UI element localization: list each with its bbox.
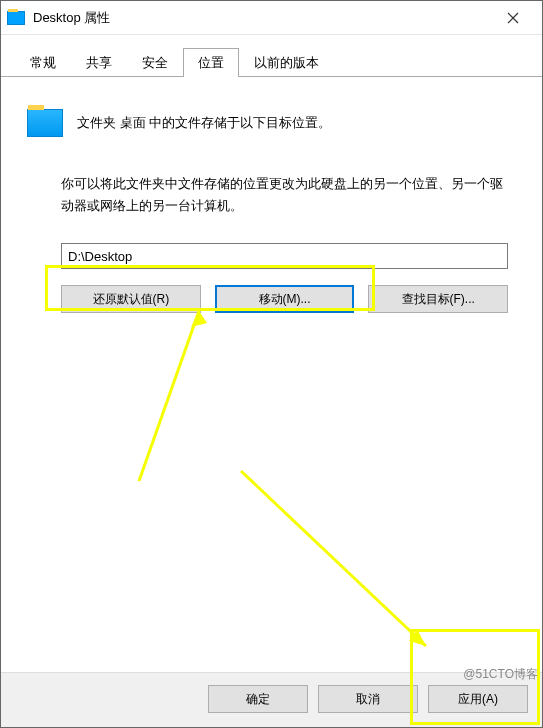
find-target-button[interactable]: 查找目标(F)... bbox=[368, 285, 508, 313]
window-title: Desktop 属性 bbox=[33, 9, 490, 27]
folder-icon bbox=[7, 11, 25, 25]
tab-strip: 常规 共享 安全 位置 以前的版本 bbox=[1, 35, 542, 77]
dialog-button-bar: 确定 取消 应用(A) bbox=[1, 672, 542, 727]
apply-button[interactable]: 应用(A) bbox=[428, 685, 528, 713]
tab-security[interactable]: 安全 bbox=[127, 48, 183, 77]
tab-general[interactable]: 常规 bbox=[15, 48, 71, 77]
close-button[interactable] bbox=[490, 2, 536, 34]
tab-share[interactable]: 共享 bbox=[71, 48, 127, 77]
desktop-folder-icon bbox=[27, 109, 63, 137]
tab-content: 文件夹 桌面 中的文件存储于以下目标位置。 你可以将此文件夹中文件存储的位置更改… bbox=[1, 77, 542, 672]
intro-text: 文件夹 桌面 中的文件存储于以下目标位置。 bbox=[77, 114, 331, 132]
close-icon bbox=[507, 12, 519, 24]
tab-location[interactable]: 位置 bbox=[183, 48, 239, 77]
properties-dialog: Desktop 属性 常规 共享 安全 位置 以前的版本 文件夹 桌面 中的文件… bbox=[0, 0, 543, 728]
restore-default-button[interactable]: 还原默认值(R) bbox=[61, 285, 201, 313]
tab-previous-versions[interactable]: 以前的版本 bbox=[239, 48, 334, 77]
ok-button[interactable]: 确定 bbox=[208, 685, 308, 713]
explain-text: 你可以将此文件夹中文件存储的位置更改为此硬盘上的另一个位置、另一个驱动器或网络上… bbox=[61, 173, 508, 217]
path-input[interactable] bbox=[61, 243, 508, 269]
move-button[interactable]: 移动(M)... bbox=[215, 285, 355, 313]
cancel-button[interactable]: 取消 bbox=[318, 685, 418, 713]
titlebar: Desktop 属性 bbox=[1, 1, 542, 35]
